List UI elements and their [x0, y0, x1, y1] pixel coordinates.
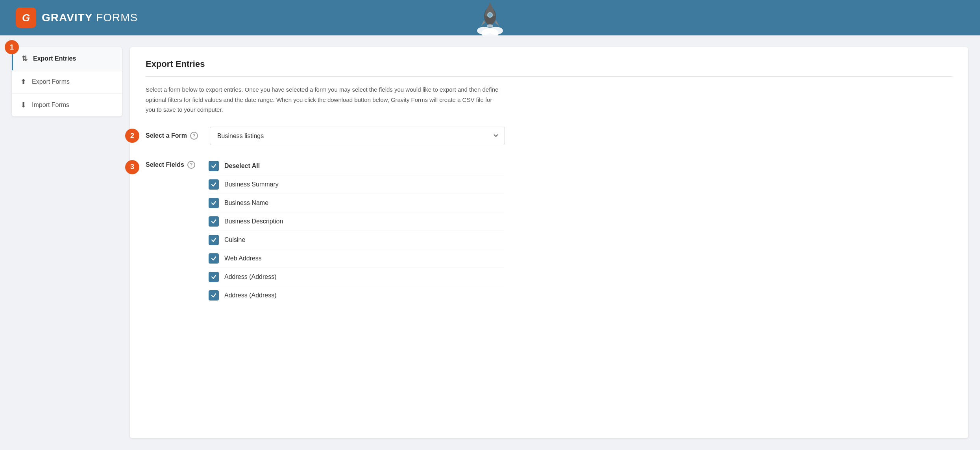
checkbox-box[interactable]: [209, 253, 219, 264]
header: G GRAVITY FORMS: [0, 0, 980, 35]
sidebar-item-export-forms[interactable]: ⬆ Export Forms: [12, 70, 122, 94]
checkbox-item: Business Name: [209, 194, 504, 212]
svg-point-2: [488, 13, 492, 17]
checkbox-label: Deselect All: [224, 162, 260, 170]
sidebar-item-label: Export Entries: [33, 55, 76, 62]
description-text: Select a form below to export entries. O…: [146, 85, 500, 115]
checkbox-box[interactable]: [209, 272, 219, 282]
checkbox-item: Business Description: [209, 212, 504, 231]
form-select-wrapper: Business listings: [210, 127, 505, 145]
checkboxes-list: Deselect All Business Summary Business N…: [209, 157, 504, 304]
checkbox-label: Address (Address): [224, 273, 277, 280]
logo-icon: G: [16, 7, 36, 28]
checkbox-box[interactable]: [209, 161, 219, 171]
sidebar-item-import-forms[interactable]: ⬇ Import Forms: [12, 94, 122, 116]
step-2-badge: 2: [125, 129, 139, 143]
checkbox-item: Address (Address): [209, 268, 504, 286]
checkbox-box[interactable]: [209, 290, 219, 301]
select-form-row: 2 Select a Form ? Business listings: [146, 127, 952, 145]
rocket-illustration: [476, 0, 504, 35]
page-title: Export Entries: [146, 59, 952, 77]
select-fields-label: Select Fields ?: [146, 157, 197, 169]
logo-area: G GRAVITY FORMS: [16, 7, 138, 28]
main-layout: 1 ⇅ Export Entries ⬆ Export Forms ⬇ Impo…: [0, 35, 980, 450]
sidebar-item-label: Import Forms: [32, 101, 69, 109]
checkbox-item: Deselect All: [209, 157, 504, 175]
content-area: Export Entries Select a form below to ex…: [130, 47, 968, 438]
svg-point-6: [489, 27, 503, 35]
checkbox-label: Web Address: [224, 255, 262, 262]
checkbox-box[interactable]: [209, 235, 219, 245]
select-fields-help-icon[interactable]: ?: [187, 161, 195, 169]
form-select[interactable]: Business listings: [210, 127, 505, 145]
sidebar-item-label: Export Forms: [32, 78, 70, 85]
step-1-badge: 1: [5, 40, 19, 54]
sidebar-menu: ⇅ Export Entries ⬆ Export Forms ⬇ Import…: [12, 47, 122, 116]
checkbox-item: Cuisine: [209, 231, 504, 249]
logo-text: GRAVITY FORMS: [42, 11, 138, 24]
checkbox-label: Business Name: [224, 199, 268, 207]
sidebar: 1 ⇅ Export Entries ⬆ Export Forms ⬇ Impo…: [12, 47, 122, 438]
checkbox-box[interactable]: [209, 216, 219, 227]
checkbox-item: Business Summary: [209, 175, 504, 194]
checkbox-label: Cuisine: [224, 236, 245, 243]
checkbox-item: Web Address: [209, 249, 504, 268]
checkbox-box[interactable]: [209, 198, 219, 208]
checkbox-label: Business Description: [224, 218, 283, 225]
export-entries-icon: ⇅: [22, 54, 28, 63]
checkbox-item: Address (Address): [209, 286, 504, 304]
svg-point-3: [487, 24, 493, 28]
import-forms-icon: ⬇: [20, 101, 26, 109]
step-3-badge: 3: [125, 160, 139, 174]
sidebar-item-export-entries[interactable]: ⇅ Export Entries: [12, 47, 122, 70]
select-fields-row: 3 Select Fields ? Deselect All Business …: [146, 157, 952, 304]
checkbox-label: Address (Address): [224, 292, 277, 299]
checkbox-label: Business Summary: [224, 181, 279, 188]
checkbox-box[interactable]: [209, 179, 219, 190]
export-forms-icon: ⬆: [20, 77, 26, 86]
select-form-help-icon[interactable]: ?: [190, 132, 198, 140]
select-form-label: Select a Form ?: [146, 132, 198, 140]
